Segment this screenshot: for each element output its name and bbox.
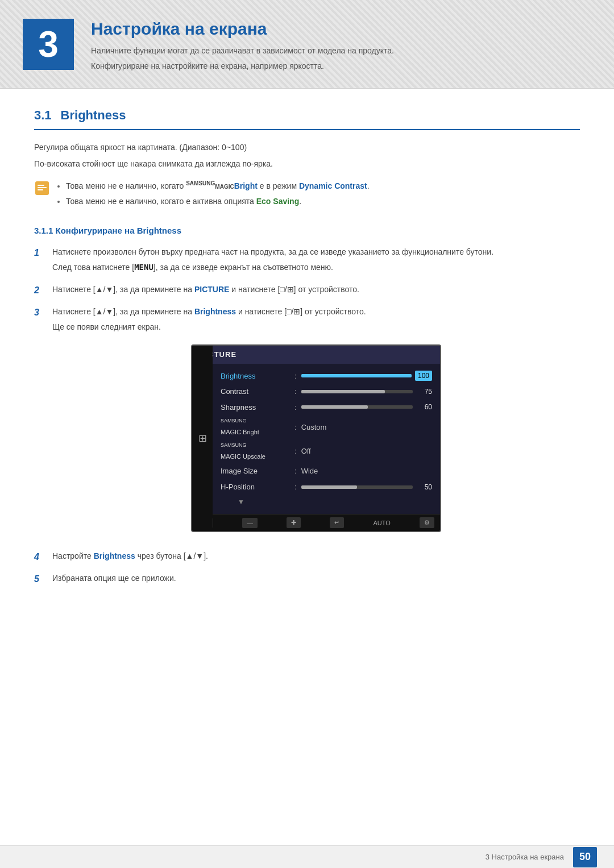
note-block: Това меню не е налично, когато SAMSUNGMA… (34, 179, 580, 207)
section-31-title: Brightness (61, 106, 126, 124)
svg-rect-3 (38, 189, 43, 190)
hposition-val: 50 (416, 482, 432, 492)
section-31-desc1: Регулира общата яркост на картината. (Ди… (34, 142, 580, 153)
step-4-content: Настройте Brightness чрез бутона [▲/▼]. (52, 550, 580, 566)
svg-rect-1 (38, 185, 44, 186)
chapter-number: 3 (23, 19, 74, 70)
footer-btn-minus[interactable]: — (242, 518, 258, 528)
step-1-content: Натиснете произволен бутон върху преднат… (52, 246, 580, 277)
svg-rect-2 (38, 187, 47, 188)
subsection-311-title: Конфигуриране на Brightness (56, 226, 182, 235)
step-4-text: Настройте Brightness чрез бутона [▲/▼]. (52, 550, 580, 562)
step-3-number: 3 (34, 306, 45, 319)
footer-chapter-label: 3 Настройка на екрана (486, 852, 564, 863)
menu-row-hposition: H-Position : 50 (192, 479, 440, 495)
note-icon (34, 180, 50, 196)
menu-bar-sharpness: 60 (301, 402, 432, 412)
chapter-title: Настройка на екрана (91, 16, 394, 41)
menu-row-image-size: Image Size : Wide (192, 463, 440, 479)
footer-btn-enter[interactable]: ↵ (330, 517, 344, 528)
step-1-number: 1 (34, 246, 45, 260)
menu-label-magic-bright: SAMSUNGMAGIC Bright (221, 417, 294, 437)
contrast-val: 75 (416, 387, 432, 397)
screen-menu: Brightness : 100 Contrast (192, 364, 440, 514)
section-31-number: 3.1 (34, 106, 52, 124)
step-4-number: 4 (34, 550, 45, 564)
menu-row-magic-upscale: SAMSUNGMAGIC Upscale : Off (192, 439, 440, 464)
menu-bar-brightness: 100 (301, 371, 432, 381)
step-5: 5 Избраната опция ще се приложи. (34, 572, 580, 588)
menu-row-contrast: Contrast : 75 (192, 384, 440, 400)
step-2: 2 Натиснете [▲/▼], за да преминете на PI… (34, 284, 580, 299)
chapter-header: 3 Настройка на екрана Наличните функции … (0, 0, 614, 89)
magic-bright-val: Custom (301, 422, 327, 433)
magic-upscale-val: Off (301, 446, 311, 457)
chapter-desc1: Наличните функции могат да се различават… (91, 45, 394, 57)
section-31-header: 3.1 Brightness (34, 106, 580, 130)
image-size-val: Wide (301, 466, 318, 477)
brightness-val: 100 (415, 371, 432, 381)
screen-mockup-wrapper: ⊞ PICTURE Brightness : (52, 344, 580, 532)
menu-row-brightness: Brightness : 100 (192, 368, 440, 384)
note-line-2: Това меню не е налично, когато е активна… (66, 196, 370, 207)
step-4: 4 Настройте Brightness чрез бутона [▲/▼]… (34, 550, 580, 566)
menu-label-hposition: H-Position (221, 481, 294, 493)
menu-row-magic-bright: SAMSUNGMAGIC Bright : Custom (192, 415, 440, 439)
footer-page-number: 50 (573, 847, 597, 867)
step-1-text2: След това натиснете [MENU], за да се изв… (52, 261, 580, 273)
chapter-desc2: Конфигуриране на настройките на екрана, … (91, 60, 394, 72)
subsection-311-header: 3.1.1 Конфигуриране на Brightness (34, 225, 580, 238)
menu-label-image-size: Image Size (221, 466, 294, 477)
screen-mockup: ⊞ PICTURE Brightness : (191, 344, 441, 532)
sharpness-val: 60 (416, 402, 432, 412)
menu-label-contrast: Contrast (221, 386, 294, 397)
menu-label-sharpness: Sharpness (221, 402, 294, 413)
subsection-311-number: 3.1.1 (34, 226, 53, 235)
step-3-content: Натиснете [▲/▼], за да преминете на Brig… (52, 306, 580, 543)
step-2-number: 2 (34, 284, 45, 297)
menu-row-sharpness: Sharpness : 60 (192, 400, 440, 416)
footer-btn-gear[interactable]: ⚙ (420, 517, 434, 528)
screen-menu-header: PICTURE (192, 346, 440, 364)
note-line-1: Това меню не е налично, когато SAMSUNGMA… (66, 179, 370, 192)
step-3-text2: Ще се появи следният екран. (52, 321, 580, 333)
note-list: Това меню не е налично, когато SAMSUNGMA… (57, 179, 370, 207)
step-1: 1 Натиснете произволен бутон върху предн… (34, 246, 580, 277)
menu-label-brightness: Brightness (221, 371, 294, 382)
footer-btn-plus[interactable]: ✚ (287, 517, 301, 528)
section-31-desc2: По-високата стойност ще накара снимката … (34, 158, 580, 170)
step-3: 3 Натиснете [▲/▼], за да преминете на Br… (34, 306, 580, 543)
page-footer: 3 Настройка на екрана 50 (0, 845, 614, 868)
screen-footer: ◄ — ✚ ↵ AUTO ⚙ (192, 514, 440, 531)
step-2-text: Натиснете [▲/▼], за да преминете на PICT… (52, 284, 580, 296)
menu-bar-hposition: 50 (301, 482, 432, 492)
menu-label-magic-upscale: SAMSUNGMAGIC Upscale (221, 442, 294, 462)
step-3-text1: Натиснете [▲/▼], за да преминете на Brig… (52, 306, 580, 318)
step-5-content: Избраната опция ще се приложи. (52, 572, 580, 588)
step-5-number: 5 (34, 572, 45, 586)
footer-auto-label: AUTO (373, 518, 390, 528)
main-content: 3.1 Brightness Регулира общата яркост на… (0, 89, 614, 640)
menu-bar-contrast: 75 (301, 387, 432, 397)
chapter-title-block: Настройка на екрана Наличните функции мо… (91, 16, 394, 72)
step-5-text: Избраната опция ще се приложи. (52, 572, 580, 584)
step-2-content: Натиснете [▲/▼], за да преминете на PICT… (52, 284, 580, 299)
step-1-text1: Натиснете произволен бутон върху преднат… (52, 246, 580, 258)
menu-row-more: ▼ (192, 495, 440, 509)
